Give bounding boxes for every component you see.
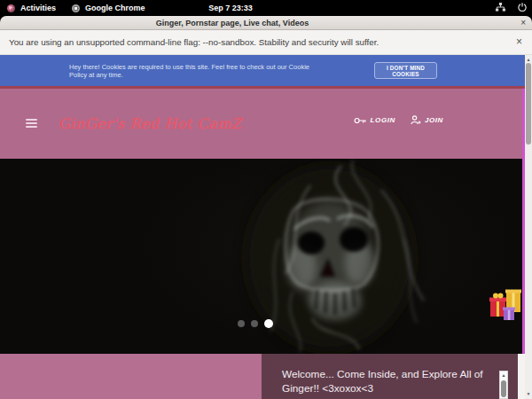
welcome-scrollbar[interactable]: ▲ [499,371,508,399]
cookie-banner: Hey there! Cookies are required to use t… [0,55,525,86]
infobar-message: You are using an unsupported command-lin… [9,30,379,55]
clock[interactable]: Sep 7 23:33 [177,0,284,16]
distro-icon [7,4,15,12]
carousel-dot[interactable] [264,319,273,328]
site-header: GinGer's Red Hot CamZ LOGIN [0,89,525,159]
hero-carousel[interactable] [0,159,525,354]
bottom-section: Welcome... Come Inside, and Explore All … [0,354,525,399]
add-user-icon [411,115,421,125]
page-scrollbar[interactable]: ▲ ▼ [525,55,532,399]
chrome-icon [72,4,80,12]
welcome-message: Welcome... Come Inside, and Explore All … [282,368,497,395]
web-page: Hey there! Cookies are required to use t… [0,55,525,399]
gnome-topbar: Activities Google Chrome Sep 7 23:33 [0,0,532,16]
focused-app-menu[interactable]: Google Chrome [83,4,147,12]
join-button[interactable]: JOIN [411,115,443,125]
topbar-left: Activities Google Chrome [7,0,147,16]
carousel-dot[interactable] [251,320,258,327]
infobar-close-icon[interactable]: × [516,30,522,55]
join-label: JOIN [425,116,443,124]
carousel-dot[interactable] [238,320,245,327]
scroll-up-icon[interactable]: ▲ [500,372,507,379]
carousel-dots [238,319,273,328]
network-icon[interactable] [496,3,505,13]
page-edge-strip [518,354,525,399]
site-logo-text: GinGer's Red Hot CamZ [59,115,241,132]
site-logo[interactable]: GinGer's Red Hot CamZ [59,108,214,138]
window-title: Ginger, Pornstar page, Live chat, Videos [0,16,465,30]
power-icon[interactable] [518,3,527,13]
chrome-infobar: You are using an unsupported command-lin… [0,30,532,55]
topbar-status-icons [496,0,527,16]
welcome-scrollbar-thumb[interactable] [501,380,506,397]
window-titlebar[interactable]: Ginger, Pornstar page, Live chat, Videos… [0,16,532,30]
window-close-icon[interactable]: × [520,16,526,30]
login-label: LOGIN [371,116,395,124]
cookie-accept-button[interactable]: I DON'T MIND COOKIES [374,62,437,79]
site-nav: LOGIN JOIN [354,115,443,125]
hamburger-menu-icon[interactable] [26,119,37,129]
gift-boxes-sticker[interactable] [489,285,525,322]
activities-button[interactable]: Activities [19,4,58,12]
page-scrollbar-thumb[interactable] [526,63,531,145]
scrollbar-down-icon[interactable]: ▼ [525,389,532,398]
welcome-panel: Welcome... Come Inside, and Explore All … [262,354,525,399]
key-icon [354,116,367,125]
cookie-message: Hey there! Cookies are required to use t… [69,55,319,86]
login-button[interactable]: LOGIN [354,116,395,125]
screen: Activities Google Chrome Sep 7 23:33 [0,0,532,399]
